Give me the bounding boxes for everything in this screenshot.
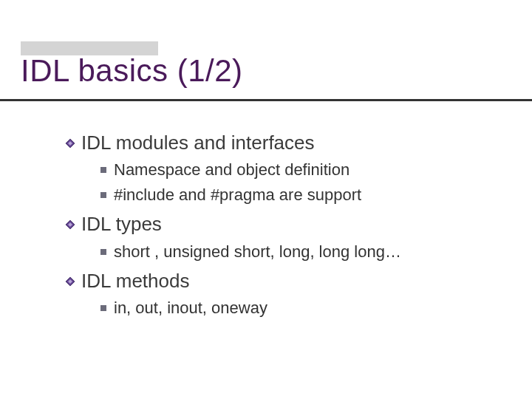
section-heading-text: IDL modules and interfaces bbox=[81, 132, 315, 154]
diamond-bullet-icon bbox=[65, 138, 75, 149]
list-item: short , unsigned short, long, long long… bbox=[100, 241, 510, 263]
title-underline bbox=[0, 99, 532, 101]
section-heading: IDL modules and interfaces bbox=[65, 130, 510, 156]
list-item-text: #include and #pragma are support bbox=[114, 185, 361, 204]
section-items: Namespace and object definition #include… bbox=[100, 159, 510, 205]
list-item: in, out, inout, oneway bbox=[100, 297, 510, 319]
slide-title: IDL basics (1/2) bbox=[21, 53, 243, 89]
section-items: short , unsigned short, long, long long… bbox=[100, 241, 510, 263]
slide-content: IDL modules and interfaces Namespace and… bbox=[65, 124, 510, 322]
section-heading: IDL types bbox=[65, 211, 510, 237]
square-bullet-icon bbox=[100, 192, 106, 198]
list-item-text: Namespace and object definition bbox=[114, 160, 349, 179]
list-item: #include and #pragma are support bbox=[100, 184, 510, 206]
section-items: in, out, inout, oneway bbox=[100, 297, 510, 319]
section-heading: IDL methods bbox=[65, 268, 510, 294]
list-item: Namespace and object definition bbox=[100, 159, 510, 181]
diamond-bullet-icon bbox=[65, 276, 75, 287]
diamond-bullet-icon bbox=[65, 219, 75, 230]
square-bullet-icon bbox=[100, 167, 106, 173]
slide: IDL basics (1/2) IDL modules and interfa… bbox=[0, 0, 532, 399]
list-item-text: short , unsigned short, long, long long… bbox=[114, 242, 401, 261]
square-bullet-icon bbox=[100, 249, 106, 255]
section-heading-text: IDL types bbox=[81, 213, 162, 235]
list-item-text: in, out, inout, oneway bbox=[114, 299, 267, 317]
square-bullet-icon bbox=[100, 305, 106, 311]
section-heading-text: IDL methods bbox=[81, 270, 189, 292]
